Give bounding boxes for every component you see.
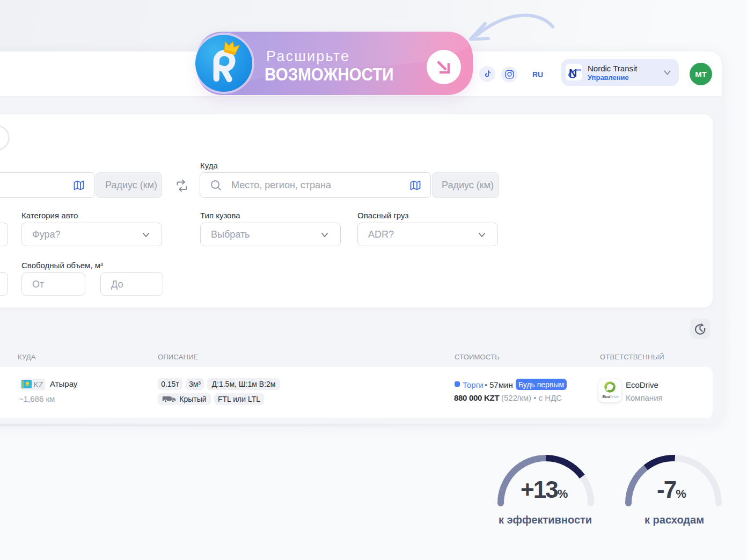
svg-text:Drive: Drive [610,394,619,399]
